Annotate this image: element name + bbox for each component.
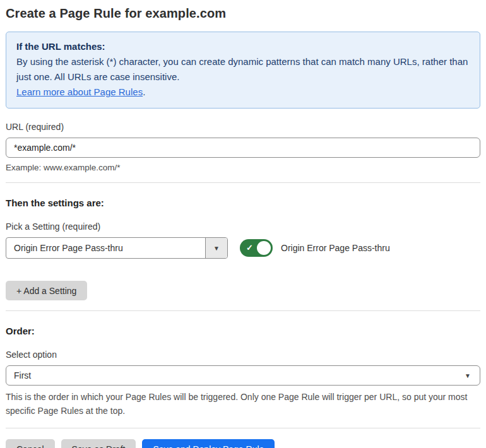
order-select-label: Select option (6, 350, 480, 360)
cancel-button[interactable]: Cancel (6, 439, 55, 448)
save-deploy-button[interactable]: Save and Deploy Page Rule (142, 439, 275, 448)
setting-select[interactable]: Origin Error Page Pass-thru ▼ (6, 237, 228, 259)
settings-section-heading: Then the settings are: (6, 197, 480, 208)
add-setting-button[interactable]: + Add a Setting (6, 281, 87, 300)
order-select-value: First (6, 370, 465, 380)
divider (6, 182, 480, 183)
learn-more-link[interactable]: Learn more about Page Rules (16, 86, 143, 97)
divider (6, 310, 480, 311)
url-example-hint: Example: www.example.com/* (6, 163, 480, 172)
chevron-down-icon: ▼ (213, 245, 220, 252)
divider (6, 428, 480, 428)
setting-select-caret-button[interactable]: ▼ (205, 238, 227, 258)
setting-select-value: Origin Error Page Pass-thru (6, 243, 205, 253)
toggle-knob (257, 241, 271, 255)
info-box-heading: If the URL matches: (16, 39, 470, 54)
url-label: URL (required) (6, 122, 480, 132)
order-select[interactable]: First ▼ (6, 365, 480, 386)
page-title: Create a Page Rule for example.com (6, 6, 480, 21)
url-input[interactable] (6, 138, 480, 158)
info-box-link-line: Learn more about Page Rules. (16, 85, 470, 100)
info-box-body: By using the asterisk (*) character, you… (16, 54, 470, 85)
link-suffix: . (143, 86, 145, 97)
setting-toggle[interactable]: ✓ (240, 239, 273, 257)
order-help-text: This is the order in which your Page Rul… (6, 390, 476, 418)
order-section-heading: Order: (6, 326, 480, 336)
url-match-info-box: If the URL matches: By using the asteris… (6, 32, 480, 109)
pick-setting-label: Pick a Setting (required) (6, 221, 480, 232)
actions-row: Cancel Save as Draft Save and Deploy Pag… (6, 439, 480, 448)
setting-row: Origin Error Page Pass-thru ▼ ✓ Origin E… (6, 237, 480, 259)
page-rule-form: Create a Page Rule for example.com If th… (0, 0, 486, 448)
setting-toggle-label: Origin Error Page Pass-thru (281, 243, 390, 253)
chevron-down-icon: ▼ (465, 372, 471, 379)
save-draft-button[interactable]: Save as Draft (61, 439, 136, 448)
check-icon: ✓ (246, 243, 253, 253)
